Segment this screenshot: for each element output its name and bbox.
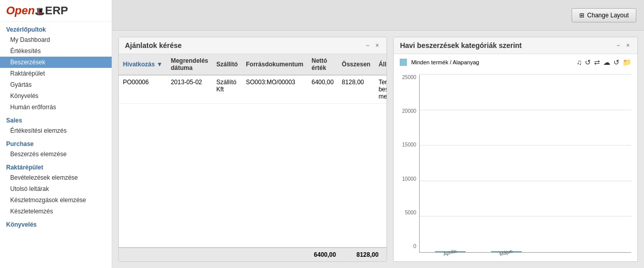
- chart-icon-swap[interactable]: ⇄: [594, 58, 600, 66]
- gridlines: [420, 75, 631, 252]
- section-title-raktarepulet2[interactable]: Raktárépület: [0, 160, 112, 172]
- logo-hat-icon: 🎩: [35, 7, 45, 16]
- col-allapot: Állapot: [374, 54, 387, 75]
- section-title-konyveles2[interactable]: Könyvelés: [0, 217, 112, 229]
- y-label-5000: 5000: [405, 210, 416, 215]
- sidebar-item-keszletelemzes[interactable]: Készletelemzés: [0, 206, 112, 217]
- cell-hivatkozas: PO00006: [119, 75, 167, 104]
- chart-minimize-btn[interactable]: −: [615, 42, 622, 49]
- chart-controls: − ×: [615, 42, 631, 49]
- sidebar-section-raktarepulet2: Raktárépület Bevételezések elemzése Utol…: [0, 160, 112, 217]
- sidebar-section-purchase: Purchase Beszerzés elemzése: [0, 136, 112, 160]
- ajanlatok-minimize-btn[interactable]: −: [364, 42, 371, 49]
- col-szallito: Szállító: [212, 54, 242, 75]
- footer-osszesen: 8128,00: [356, 251, 378, 258]
- ajanlatok-close-btn[interactable]: ×: [374, 42, 380, 49]
- sidebar-item-raktarepulet[interactable]: Raktárépület: [0, 68, 112, 79]
- section-title-purchase[interactable]: Purchase: [0, 136, 112, 149]
- ajanlatok-title: Ajánlatok kérése: [125, 41, 182, 50]
- gridline-2: [420, 110, 631, 110]
- logo-open: Open: [6, 4, 35, 17]
- chart-widget: Havi beszerzések kategóriák szerint − × …: [393, 37, 638, 262]
- y-label-25000: 25000: [402, 75, 417, 80]
- ajanlatok-table: Hivatkozás ▼ Megrendelésdátuma Szállító …: [119, 54, 387, 104]
- ajanlatok-controls: − ×: [364, 42, 380, 49]
- ajanlatok-table-container: Hivatkozás ▼ Megrendelésdátuma Szállító …: [119, 54, 387, 261]
- change-layout-icon: ⊞: [579, 12, 584, 19]
- chart-close-btn[interactable]: ×: [625, 42, 631, 49]
- sidebar-item-ertekesitesi-elemzes[interactable]: Értékesítési elemzés: [0, 125, 112, 136]
- dashboard-area: Ajánlatok kérése − × Hivatkozás ▼ Megren…: [112, 31, 644, 268]
- main-content: ⊞ Change Layout Ajánlatok kérése − × Hiv…: [112, 0, 644, 268]
- x-labels: Április Május: [419, 253, 631, 259]
- chart-icon-refresh[interactable]: ↺: [585, 58, 591, 66]
- legend-color-box: [400, 59, 407, 66]
- toolbar: ⊞ Change Layout: [112, 0, 644, 31]
- sidebar-section-vezerlőpultok: Vezérlőpultok My Dashboard Értékesítés B…: [0, 22, 112, 113]
- cell-osszesen: 8128,00: [338, 75, 374, 104]
- sidebar-item-my-dashboard[interactable]: My Dashboard: [0, 34, 112, 45]
- sidebar-item-beszerzesek[interactable]: Beszerzések: [0, 57, 112, 68]
- legend-label: Minden termék / Alapanyag: [411, 59, 479, 65]
- table-row[interactable]: PO00006 2013-05-02 Szállító Kft SO003:MO…: [119, 75, 387, 104]
- sidebar-item-konyveles[interactable]: Könyvelés: [0, 90, 112, 102]
- col-hivatkozas[interactable]: Hivatkozás ▼: [119, 54, 167, 75]
- gridline-5: [420, 216, 631, 216]
- chart-icon-group: ♫ ↺ ⇄ ☁ ↺ 📁: [577, 58, 632, 66]
- chart-icon-cloud[interactable]: ☁: [603, 58, 610, 66]
- y-axis: 25000 20000 15000 10000 5000 0: [400, 75, 419, 259]
- cell-netto: 6400,00: [307, 75, 338, 104]
- col-netto: Nettóérték: [307, 54, 338, 75]
- chart-icon-undo[interactable]: ↺: [613, 58, 620, 66]
- chart-icon-folder[interactable]: 📁: [623, 58, 631, 66]
- y-label-20000: 20000: [402, 108, 417, 114]
- ajanlatok-widget: Ajánlatok kérése − × Hivatkozás ▼ Megren…: [118, 37, 387, 262]
- y-label-0: 0: [414, 243, 417, 249]
- sidebar: Open🎩ERP Vezérlőpultok My Dashboard Érté…: [0, 0, 112, 268]
- sidebar-section-sales: Sales Értékesítési elemzés: [0, 113, 112, 136]
- footer-netto: 6400,00: [314, 251, 336, 258]
- ajanlatok-header: Ajánlatok kérése − ×: [119, 37, 387, 54]
- sidebar-item-utolso-leltarak[interactable]: Utolsó leltárak: [0, 183, 112, 194]
- sidebar-item-human-eroforras[interactable]: Humán erőforrás: [0, 102, 112, 113]
- cell-datum: 2013-05-02: [167, 75, 212, 104]
- gridline-1: [420, 74, 631, 75]
- y-label-15000: 15000: [402, 142, 417, 148]
- ajanlatok-footer: 6400,00 8128,00: [119, 247, 387, 261]
- sidebar-section-konyveles2: Könyvelés: [0, 217, 112, 229]
- chart-header: Havi beszerzések kategóriák szerint − ×: [394, 37, 637, 54]
- cell-forras: SO003:MO/00003: [242, 75, 307, 104]
- col-osszesen: Összesen: [338, 54, 374, 75]
- gridline-4: [420, 181, 631, 181]
- table-header-row: Hivatkozás ▼ Megrendelésdátuma Szállító …: [119, 54, 387, 75]
- chart-legend: Minden termék / Alapanyag ♫ ↺ ⇄ ☁ ↺ 📁: [394, 54, 637, 70]
- sidebar-item-keszletmozgasok-elemzese[interactable]: Készletmozgások elemzése: [0, 194, 112, 206]
- sidebar-item-gyartas[interactable]: Gyártás: [0, 79, 112, 90]
- section-title-sales[interactable]: Sales: [0, 113, 112, 125]
- gridline-3: [420, 145, 631, 145]
- change-layout-button[interactable]: ⊞ Change Layout: [572, 8, 636, 22]
- cell-allapot: Tervezetbeszerzésimegrendelés: [374, 75, 387, 104]
- cell-szallito: Szállító Kft: [212, 75, 242, 104]
- logo: Open🎩ERP: [0, 0, 112, 22]
- chart-area: 25000 20000 15000 10000 5000 0: [394, 70, 637, 261]
- chart-title: Havi beszerzések kategóriák szerint: [400, 41, 522, 50]
- section-title-vezerlőpultok[interactable]: Vezérlőpultok: [0, 22, 112, 34]
- sidebar-item-ertekesites[interactable]: Értékesítés: [0, 45, 112, 57]
- change-layout-label: Change Layout: [587, 12, 629, 19]
- sidebar-item-bevételezések-elemzése[interactable]: Bevételezések elemzése: [0, 172, 112, 183]
- chart-icon-music[interactable]: ♫: [577, 58, 582, 66]
- y-label-10000: 10000: [402, 176, 417, 182]
- bars-area: [419, 75, 631, 253]
- col-forras: Forrásdokumentum: [242, 54, 307, 75]
- col-datum: Megrendelésdátuma: [167, 54, 212, 75]
- logo-erp: ERP: [45, 4, 68, 17]
- sidebar-item-beszerzes-elemzese[interactable]: Beszerzés elemzése: [0, 149, 112, 160]
